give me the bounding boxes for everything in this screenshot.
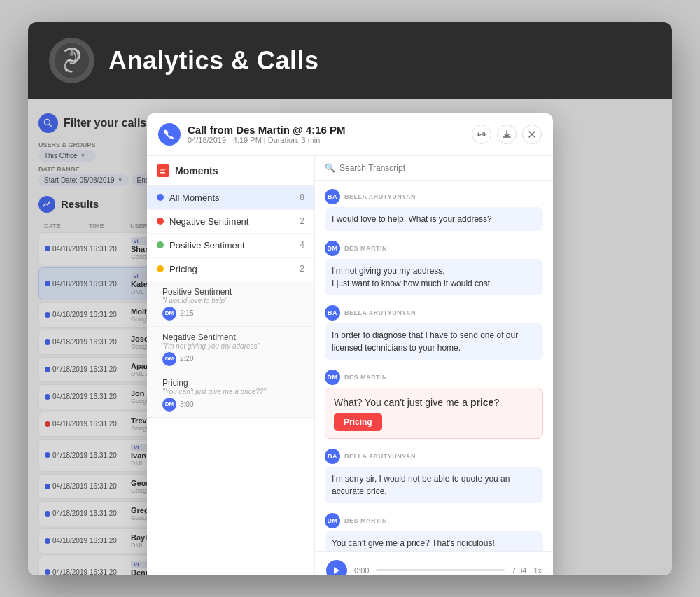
moments-icon — [157, 164, 169, 177]
sub-item-pricing-quote: "You can't just give me a price??" — [162, 388, 304, 395]
svg-point-1 — [70, 52, 74, 57]
transcript-search-input[interactable] — [340, 163, 543, 173]
all-moments-label: All Moments — [169, 192, 294, 203]
transcript-search-icon: 🔍 — [325, 163, 335, 173]
svg-marker-9 — [334, 567, 340, 574]
audio-speed: 1x — [533, 566, 542, 575]
modal-actions — [472, 125, 542, 144]
call-modal: Call from Des Martin @ 4:16 PM 04/18/201… — [147, 113, 553, 575]
transcript-messages: BA BELLA ARUTYUNYAN I would love to help… — [315, 181, 553, 551]
sub-item-pricing-avatar: DM — [162, 398, 176, 412]
audio-time-start: 0:00 — [354, 566, 369, 575]
sub-item-pricing[interactable]: Pricing "You can't just give me a price?… — [147, 372, 314, 418]
speaker-name-2: DES MARTIN — [344, 245, 387, 252]
moment-pricing[interactable]: Pricing 2 — [147, 258, 314, 281]
speaker-name-3: BELLA ARUTYUNYAN — [344, 309, 416, 316]
sub-item-negative-title: Negative Sentiment — [162, 332, 304, 342]
app-main: Filter your calls USERS & GROUPS This Of… — [28, 99, 672, 575]
negative-count: 2 — [300, 216, 304, 226]
download-icon — [502, 129, 512, 139]
message-group-2: DM DES MARTIN I'm not giving you my addr… — [325, 241, 543, 295]
moments-title: Moments — [175, 165, 218, 176]
message-speaker-2: DM DES MARTIN — [325, 241, 543, 256]
modal-title: Call from Des Martin @ 4:16 PM — [188, 124, 465, 136]
positive-label: Positive Sentiment — [169, 240, 294, 251]
moments-list-icon — [160, 167, 167, 174]
audio-progress-bar[interactable] — [376, 569, 505, 571]
price-word: price — [470, 397, 493, 408]
sub-item-pricing-meta: DM 3:00 — [162, 398, 304, 412]
all-moments-count: 8 — [300, 192, 304, 202]
message-group-1: BA BELLA ARUTYUNYAN I would love to help… — [325, 189, 543, 231]
transcript-panel: 🔍 BA BELLA ARUTYUNYAN — [315, 156, 553, 575]
phone-icon — [164, 129, 175, 140]
sub-item-positive-title: Positive Sentiment — [162, 287, 304, 297]
sub-item-negative-time: 2:20 — [180, 355, 193, 363]
message-group-6: DM DES MARTIN You can't give me a price?… — [325, 513, 543, 551]
app-container: Analytics & Calls Filter your calls USER… — [28, 22, 672, 575]
speaker-name-4: DES MARTIN — [344, 374, 387, 381]
svg-rect-7 — [160, 170, 164, 171]
message-bubble-5: I'm sorry sir, I would not be able to qu… — [325, 467, 543, 503]
message-group-3: BA BELLA ARUTYUNYAN In order to diagnose… — [325, 305, 543, 360]
message-bubble-2: I'm not giving you my address,I just wan… — [325, 259, 543, 295]
negative-label: Negative Sentiment — [169, 216, 294, 227]
sub-item-positive-time: 2:15 — [180, 309, 193, 317]
pricing-dot — [157, 265, 164, 272]
app-header: Analytics & Calls — [28, 22, 672, 99]
avatar-dm-4: DM — [325, 370, 340, 385]
all-moments-dot — [157, 194, 164, 201]
moments-panel: Moments All Moments 8 — [147, 156, 315, 575]
modal-header: Call from Des Martin @ 4:16 PM 04/18/201… — [147, 113, 553, 156]
negative-dot — [157, 218, 164, 225]
message-speaker-1: BA BELLA ARUTYUNYAN — [325, 189, 543, 204]
app-title: Analytics & Calls — [108, 46, 319, 76]
message-group-5: BA BELLA ARUTYUNYAN I'm sorry sir, I wou… — [325, 449, 543, 503]
moment-positive[interactable]: Positive Sentiment 4 — [147, 234, 314, 258]
close-icon — [528, 130, 536, 139]
modal-overlay: Call from Des Martin @ 4:16 PM 04/18/201… — [28, 99, 672, 575]
play-button[interactable] — [326, 560, 347, 575]
sub-item-positive-quote: "I would love to help" — [162, 297, 304, 304]
message-bubble-4-highlight: What? You can't just give me a price? Pr… — [325, 388, 543, 439]
message-group-4: DM DES MARTIN What? You can't just give … — [325, 370, 543, 439]
sub-item-positive[interactable]: Positive Sentiment "I would love to help… — [147, 281, 314, 327]
moment-all-moments[interactable]: All Moments 8 — [147, 186, 314, 210]
moment-sub-items: Positive Sentiment "I would love to help… — [147, 281, 314, 418]
pricing-tag: Pricing — [334, 413, 382, 431]
avatar-ba-3: BA — [325, 305, 340, 321]
modal-title-group: Call from Des Martin @ 4:16 PM 04/18/201… — [188, 124, 465, 144]
message-bubble-6: You can't give me a price? That's ridicu… — [325, 531, 543, 551]
modal-body: Moments All Moments 8 — [147, 156, 553, 575]
logo-icon — [52, 41, 91, 80]
sub-item-pricing-title: Pricing — [162, 378, 304, 388]
sub-item-pricing-time: 3:00 — [180, 400, 193, 408]
message-speaker-5: BA BELLA ARUTYUNYAN — [325, 449, 543, 464]
sub-item-negative-quote: "I'm not giving you my address" — [162, 342, 304, 350]
avatar-dm-6: DM — [325, 513, 340, 528]
transcript-search: 🔍 — [315, 156, 553, 181]
sub-item-positive-meta: DM 2:15 — [162, 307, 304, 321]
sub-item-negative-avatar: DM — [162, 352, 176, 366]
close-button[interactable] — [522, 125, 542, 144]
download-button[interactable] — [497, 125, 517, 144]
speaker-name-1: BELLA ARUTYUNYAN — [344, 193, 416, 200]
speaker-name-5: BELLA ARUTYUNYAN — [344, 453, 416, 460]
svg-rect-6 — [160, 169, 166, 170]
avatar-dm-2: DM — [325, 241, 340, 256]
link-icon — [477, 129, 486, 139]
moments-header: Moments — [147, 156, 314, 186]
moments-list: All Moments 8 Negative Sentiment 2 — [147, 186, 314, 575]
call-icon — [158, 123, 181, 146]
avatar-ba-5: BA — [325, 449, 340, 464]
svg-rect-8 — [160, 172, 165, 174]
audio-time-end: 7:34 — [512, 566, 526, 575]
pricing-count: 2 — [300, 264, 304, 274]
audio-player: 0:00 7:34 1x — [315, 551, 553, 575]
sub-item-negative[interactable]: Negative Sentiment "I'm not giving you m… — [147, 327, 314, 372]
positive-dot — [157, 241, 164, 248]
link-button[interactable] — [472, 125, 491, 144]
message-speaker-6: DM DES MARTIN — [325, 513, 543, 528]
moment-negative[interactable]: Negative Sentiment 2 — [147, 210, 314, 234]
speaker-name-6: DES MARTIN — [344, 517, 387, 524]
